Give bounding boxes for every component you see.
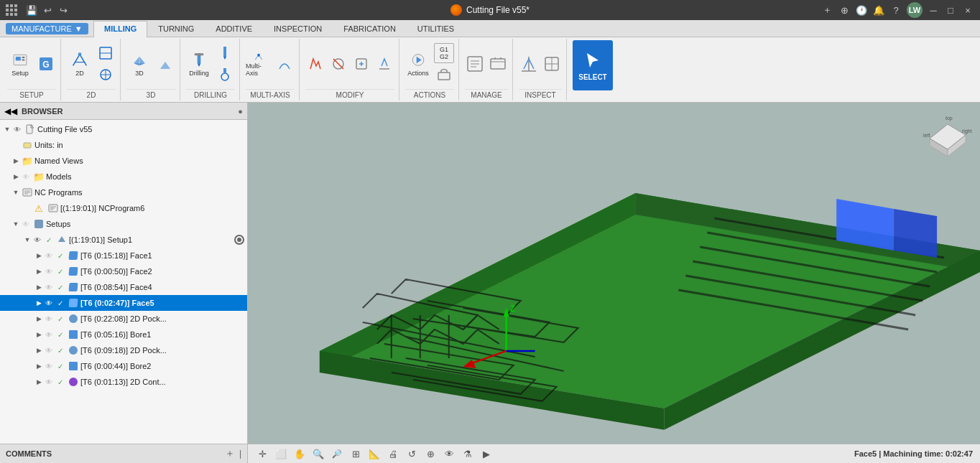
g1g2-icon[interactable]: G1G2 <box>434 43 454 63</box>
maximize-button[interactable]: □ <box>944 4 957 17</box>
minimize-button[interactable]: ─ <box>927 4 940 17</box>
tree-arrow-pock2[interactable]: ▶ <box>34 346 43 355</box>
tree-item-root[interactable]: ▼ 👁 Cutting File v55 <box>0 121 247 137</box>
3d-b-icon[interactable] <box>155 54 175 74</box>
clock-button[interactable]: 🕐 <box>855 4 868 17</box>
multi-a-icon[interactable]: Multi-Axis <box>246 51 272 77</box>
tree-arrow-bore2[interactable]: ▶ <box>34 362 43 370</box>
new-setup-icon[interactable]: Setup <box>7 51 33 77</box>
vis-icon-bore2[interactable]: 👁 <box>44 361 54 371</box>
layers-icon[interactable]: ⊕ <box>423 446 438 461</box>
print-icon[interactable]: 🖨 <box>386 446 400 461</box>
zoom-search-icon[interactable]: 🔎 <box>330 446 344 461</box>
vis-icon-face1[interactable]: 👁 <box>44 251 54 261</box>
drill-b-icon[interactable] <box>215 43 235 63</box>
tree-arrow-bore1[interactable]: ▶ <box>34 330 43 339</box>
2d-c-icon[interactable] <box>96 65 116 85</box>
tree-item-pock1[interactable]: ▶ 👁 ✓ [T6 (0:22:08)] 2D Pock... <box>0 311 247 327</box>
man-b-icon[interactable] <box>488 54 508 74</box>
tree-item-ncprograms[interactable]: ▼ NC Programs <box>0 184 247 200</box>
vis-icon-face5[interactable]: 👁 <box>44 298 54 308</box>
close-button[interactable]: × <box>961 4 974 17</box>
tree-item-face5[interactable]: ▶ 👁 ✓ [T6 (0:02:47)] Face5 <box>0 295 247 311</box>
vis-icon-setups[interactable]: 👁 <box>21 219 31 229</box>
vis-icon-root[interactable]: 👁 <box>12 124 22 134</box>
tab-fabrication[interactable]: FABRICATION <box>333 21 407 37</box>
man-a-icon[interactable] <box>465 54 485 74</box>
tree-item-ncprogram6[interactable]: ⚠ [(1:19:01)] NCProgram6 <box>0 200 247 216</box>
act-b-icon[interactable] <box>434 65 454 85</box>
mod-b-icon[interactable] <box>328 54 348 74</box>
mod-c-icon[interactable] <box>351 54 371 74</box>
tree-item-face1[interactable]: ▶ 👁 ✓ [T6 (0:15:18)] Face1 <box>0 248 247 263</box>
tree-item-namedviews[interactable]: ▶ 📁 Named Views <box>0 153 247 169</box>
tree-arrow-root[interactable]: ▼ <box>3 125 11 134</box>
tree-item-setup1[interactable]: ▼ 👁 ✓ [(1:19:01)] Setup1 <box>0 232 247 248</box>
tree-arrow-pock1[interactable]: ▶ <box>34 314 43 323</box>
drill-c-icon[interactable] <box>215 65 235 85</box>
measure-icon[interactable]: 📐 <box>367 446 382 461</box>
tree-item-face2[interactable]: ▶ 👁 ✓ [T6 (0:00:50)] Face2 <box>0 263 247 279</box>
app-grid-icon[interactable] <box>6 4 18 17</box>
add-button[interactable]: ＋ <box>820 4 833 17</box>
redo-button[interactable]: ↪ <box>57 4 70 17</box>
tree-arrow-face2[interactable]: ▶ <box>34 267 43 276</box>
tree-arrow-setups[interactable]: ▼ <box>11 220 20 228</box>
tree-arrow-ncprograms[interactable]: ▼ <box>11 188 20 197</box>
tree-arrow-face5[interactable]: ▶ <box>34 299 43 307</box>
more-icon[interactable]: ▶ <box>479 446 494 461</box>
tree-item-pock2[interactable]: ▶ 👁 ✓ [T6 (0:09:18)] 2D Pock... <box>0 342 247 358</box>
tree-item-setups[interactable]: ▼ 👁 Setups <box>0 216 247 232</box>
ins-b-icon[interactable] <box>542 54 562 74</box>
vis-icon-face2[interactable]: 👁 <box>44 266 54 276</box>
tree-arrow-face1[interactable]: ▶ <box>34 251 43 260</box>
vis-icon-face4[interactable]: 👁 <box>44 282 54 292</box>
tab-additive[interactable]: ADDITIVE <box>205 21 263 37</box>
manufacture-dropdown[interactable]: MANUFACTURE ▼ <box>6 23 88 34</box>
2d-a-icon[interactable]: 2D <box>67 51 93 77</box>
tree-item-bore1[interactable]: ▶ 👁 ✓ [T6 (0:05:16)] Bore1 <box>0 327 247 342</box>
tree-item-units[interactable]: Units: in <box>0 137 247 153</box>
tree-item-cont1[interactable]: ▶ 👁 ✓ [T6 (0:01:13)] 2D Cont... <box>0 374 247 390</box>
tree-arrow-cont1[interactable]: ▶ <box>34 378 43 386</box>
bell-button[interactable]: 🔔 <box>872 4 885 17</box>
user-avatar[interactable]: LW <box>907 2 923 18</box>
tab-utilities[interactable]: UTILITIES <box>407 21 465 37</box>
box-select-icon[interactable]: ⬜ <box>274 446 288 461</box>
tree-arrow-setup1[interactable]: ▼ <box>23 235 32 244</box>
tree-arrow-namedviews[interactable]: ▶ <box>11 156 20 165</box>
vis-icon-pock2[interactable]: 👁 <box>44 345 54 355</box>
view-icon[interactable]: 👁 <box>442 446 456 461</box>
vis-icon-pock1[interactable]: 👁 <box>44 314 54 324</box>
tab-milling[interactable]: MILLING <box>93 21 147 37</box>
mod-a-icon[interactable] <box>305 54 325 74</box>
mod-d-icon[interactable] <box>374 54 394 74</box>
multi-b-icon[interactable] <box>274 54 295 74</box>
setup-g-icon[interactable]: G <box>36 54 56 74</box>
collapse-icon[interactable]: ◀◀ <box>4 106 17 116</box>
vis-icon-bore1[interactable]: 👁 <box>44 329 54 340</box>
act-a-icon[interactable]: Actions <box>405 51 431 77</box>
2d-b-icon[interactable] <box>96 43 116 63</box>
tree-arrow-models[interactable]: ▶ <box>11 172 20 181</box>
vis-icon-models[interactable]: 👁 <box>21 172 31 182</box>
comments-pin-icon[interactable]: | <box>239 449 241 459</box>
filter-icon[interactable]: ⚗ <box>461 446 475 461</box>
grid-icon[interactable]: ⊞ <box>348 446 363 461</box>
tree-item-models[interactable]: ▶ 👁 📁 Models <box>0 169 247 184</box>
vis-icon-cont1[interactable]: 👁 <box>44 377 54 387</box>
ins-a-icon[interactable] <box>519 54 539 74</box>
cursor-icon[interactable]: ✛ <box>255 446 269 461</box>
tab-turning[interactable]: TURNING <box>147 21 205 37</box>
drill-a-icon[interactable]: Drilling <box>186 51 212 77</box>
viewport[interactable]: Z top left right ✛ <box>248 103 980 463</box>
zoom-icon[interactable]: 🔍 <box>311 446 325 461</box>
comments-add-icon[interactable]: ＋ <box>225 447 235 460</box>
tree-item-bore2[interactable]: ▶ 👁 ✓ [T6 (0:00:44)] Bore2 <box>0 358 247 374</box>
rotate-icon[interactable]: ↺ <box>405 446 419 461</box>
select-button[interactable]: SELECT <box>573 40 613 90</box>
save-button[interactable]: 💾 <box>25 4 38 17</box>
pan-icon[interactable]: ✋ <box>292 446 307 461</box>
cube-navigator[interactable]: top left right <box>923 110 973 160</box>
browser-pin-icon[interactable]: ● <box>238 107 243 116</box>
